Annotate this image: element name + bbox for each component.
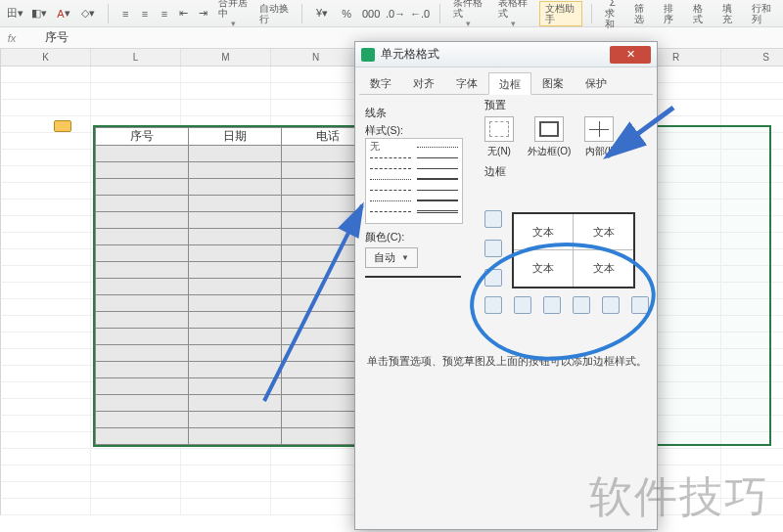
close-icon[interactable]: ✕ — [610, 46, 651, 64]
ribbon: 田▾ ◧▾ A▾ ◇▾ ≡ ≡ ≡ ⇤ ⇥ 合并居中▾ 自动换行 ¥▾ % 00… — [0, 0, 783, 27]
tab-pattern[interactable]: 图案 — [531, 71, 575, 94]
sort[interactable]: 排序 — [660, 3, 683, 24]
align-right[interactable]: ≡ — [156, 4, 172, 23]
dialog-tabs: 数字 对齐 字体 边框 图案 保护 — [359, 71, 653, 95]
preset-inner[interactable]: 内部(I) — [584, 116, 614, 158]
user-table[interactable]: 序号日期电话 — [93, 125, 377, 447]
border-bottom-btn[interactable] — [484, 269, 502, 287]
tab-number[interactable]: 数字 — [359, 71, 402, 94]
clear-dropdown[interactable]: ◇▾ — [77, 4, 99, 23]
border-section-label: 边框 — [484, 164, 651, 179]
dialog-body: 线条 样式(S): 无 颜色(C): 自动▼ — [355, 95, 657, 525]
tab-font[interactable]: 字体 — [445, 71, 488, 94]
line-style-list[interactable]: 无 — [365, 138, 463, 224]
col-N[interactable]: N — [271, 49, 361, 66]
row-marker — [54, 120, 87, 138]
fill-menu[interactable]: 填充 — [718, 3, 742, 24]
hdr-seq[interactable]: 序号 — [96, 128, 189, 146]
line-section-label: 线条 — [365, 106, 473, 120]
preset-section-label: 预置 — [484, 98, 651, 112]
fontcolor-dropdown[interactable]: A▾ — [53, 4, 74, 23]
indent-inc[interactable]: ⇥ — [195, 4, 211, 23]
wrap-text[interactable]: 自动换行 — [255, 3, 294, 24]
hdr-date[interactable]: 日期 — [189, 128, 282, 146]
color-auto-button[interactable]: 自动▼ — [365, 247, 418, 268]
border-diag1-btn[interactable] — [484, 296, 502, 314]
align-left[interactable]: ≡ — [117, 4, 134, 23]
merge-center[interactable]: 合并居中▾ — [214, 0, 253, 29]
align-center[interactable]: ≡ — [137, 4, 154, 23]
border-left-btn[interactable] — [514, 296, 531, 314]
rowcol-menu[interactable]: 行和列 — [748, 3, 779, 24]
border-mid-v-btn[interactable] — [543, 296, 561, 314]
col-K[interactable]: K — [1, 49, 91, 66]
border-all-btn[interactable] — [631, 296, 649, 314]
style-label: 样式(S): — [365, 124, 473, 138]
selected-line-preview — [365, 276, 461, 278]
border-mid-h-btn[interactable] — [484, 240, 502, 257]
col-M[interactable]: M — [181, 49, 271, 66]
dialog-title: 单元格格式 — [381, 46, 610, 63]
dec-decimal[interactable]: ←.0 — [409, 4, 431, 23]
table-style[interactable]: 表格样式▾ — [494, 0, 533, 29]
tab-protect[interactable]: 保护 — [575, 71, 618, 94]
border-diag2-btn[interactable] — [602, 296, 620, 314]
indent-dec[interactable]: ⇤ — [175, 4, 192, 23]
dialog-titlebar[interactable]: 单元格格式 ✕ — [355, 42, 657, 67]
border-preview-area: 文本 文本 文本 文本 — [475, 204, 649, 320]
thousands[interactable]: 000 — [360, 4, 382, 23]
percent[interactable]: % — [336, 4, 357, 23]
dialog-help-text: 单击预置选项、预览草图及上面的按钮可以添加边框样式。 — [367, 355, 647, 369]
formula-value[interactable]: 序号 — [23, 29, 69, 46]
border-top-btn[interactable] — [484, 210, 502, 228]
col-L[interactable]: L — [91, 49, 181, 66]
fx-icon[interactable]: fx — [0, 32, 23, 44]
conditional-format[interactable]: 条件格式▾ — [449, 0, 488, 29]
preset-outer[interactable]: 外边框(O) — [528, 116, 571, 158]
currency[interactable]: ¥▾ — [311, 4, 333, 23]
preset-none[interactable]: 无(N) — [484, 116, 514, 158]
inc-decimal[interactable]: .0→ — [385, 4, 406, 23]
cell-format-dialog: 单元格格式 ✕ 数字 对齐 字体 边框 图案 保护 线条 样式(S): 无 — [354, 41, 658, 530]
col-S[interactable]: S — [721, 49, 783, 66]
border-preview: 文本 文本 文本 文本 — [512, 212, 635, 288]
border-dropdown[interactable]: 田▾ — [4, 4, 25, 23]
doc-helper[interactable]: 文档助手 — [539, 1, 582, 26]
filter[interactable]: 筛选 — [630, 3, 654, 24]
selection-right — [654, 125, 771, 446]
tab-border[interactable]: 边框 — [488, 72, 531, 95]
autosum[interactable]: Σ求和 — [601, 0, 624, 29]
color-label: 颜色(C): — [365, 230, 473, 244]
watermark: 软件技巧 — [589, 468, 769, 526]
app-icon — [361, 48, 375, 62]
border-right-btn[interactable] — [573, 296, 590, 314]
format-menu[interactable]: 格式 — [689, 3, 713, 24]
fillcolor-dropdown[interactable]: ◧▾ — [28, 4, 50, 23]
tab-align[interactable]: 对齐 — [402, 71, 445, 94]
